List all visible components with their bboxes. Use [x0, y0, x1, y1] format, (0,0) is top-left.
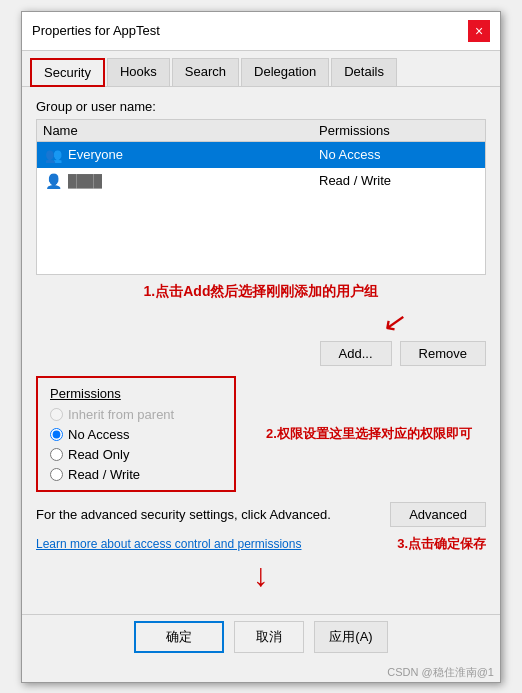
table-row[interactable]: 👥 Everyone No Access: [37, 142, 485, 168]
apply-button[interactable]: 应用(A): [314, 621, 387, 653]
radio-noaccess-label: No Access: [68, 427, 129, 442]
tab-delegation[interactable]: Delegation: [241, 58, 329, 87]
cancel-button[interactable]: 取消: [234, 621, 304, 653]
radio-readonly-input[interactable]: [50, 448, 63, 461]
radio-readwrite-input[interactable]: [50, 468, 63, 481]
permissions-link[interactable]: Learn more about access control and perm…: [36, 537, 301, 551]
ok-button[interactable]: 确定: [134, 621, 224, 653]
permissions-box: Permissions Inherit from parent No Acces…: [36, 376, 236, 492]
tab-hooks[interactable]: Hooks: [107, 58, 170, 87]
title-bar: Properties for AppTest ×: [22, 12, 500, 51]
add-button[interactable]: Add...: [320, 341, 392, 366]
close-button[interactable]: ×: [468, 20, 490, 42]
watermark: CSDN @稳住淮南@1: [22, 663, 500, 682]
advanced-text: For the advanced security settings, clic…: [36, 507, 331, 522]
security-content: Group or user name: Name Permissions 👥 E…: [22, 87, 500, 608]
radio-readonly-label: Read Only: [68, 447, 129, 462]
user-icon-2: 👤: [43, 171, 63, 191]
radio-readwrite[interactable]: Read / Write: [50, 467, 222, 482]
radio-inherit-input[interactable]: [50, 408, 63, 421]
permissions-title: Permissions: [50, 386, 222, 401]
radio-noaccess-input[interactable]: [50, 428, 63, 441]
dialog-title: Properties for AppTest: [32, 23, 160, 38]
remove-button[interactable]: Remove: [400, 341, 486, 366]
col-permissions-header: Permissions: [319, 123, 479, 138]
radio-readonly[interactable]: Read Only: [50, 447, 222, 462]
radio-group: Inherit from parent No Access Read Only …: [50, 407, 222, 482]
radio-inherit-label: Inherit from parent: [68, 407, 174, 422]
arrow-1: ↙: [36, 305, 486, 338]
table-empty-area: [37, 194, 485, 274]
annotation-3: 3.点击确定保存: [301, 535, 486, 553]
add-remove-row: Add... Remove: [36, 341, 486, 366]
user-icon: 👥: [43, 145, 63, 165]
radio-inherit[interactable]: Inherit from parent: [50, 407, 222, 422]
tab-details[interactable]: Details: [331, 58, 397, 87]
table-row[interactable]: 👤 ████ Read / Write: [37, 168, 485, 194]
tab-security[interactable]: Security: [30, 58, 105, 87]
permissions-section: Permissions Inherit from parent No Acces…: [36, 376, 486, 492]
group-label: Group or user name:: [36, 99, 486, 114]
user-permissions-2: Read / Write: [319, 173, 479, 188]
advanced-row: For the advanced security settings, clic…: [36, 502, 486, 527]
radio-noaccess[interactable]: No Access: [50, 427, 222, 442]
down-arrow-icon: ↙: [380, 303, 408, 339]
col-name-header: Name: [43, 123, 319, 138]
annotation-2: 2.权限设置这里选择对应的权限即可: [256, 376, 486, 492]
properties-dialog: Properties for AppTest × Security Hooks …: [21, 11, 501, 683]
arrow-ok-icon: ↓: [36, 557, 486, 594]
table-header: Name Permissions: [37, 120, 485, 142]
user-name: Everyone: [68, 147, 319, 162]
annotation-1: 1.点击Add然后选择刚刚添加的用户组: [36, 283, 486, 301]
radio-readwrite-label: Read / Write: [68, 467, 140, 482]
user-table: Name Permissions 👥 Everyone No Access 👤 …: [36, 119, 486, 275]
tab-search[interactable]: Search: [172, 58, 239, 87]
tabs-bar: Security Hooks Search Delegation Details: [22, 51, 500, 87]
bottom-buttons: 确定 取消 应用(A): [22, 614, 500, 663]
user-permissions: No Access: [319, 147, 479, 162]
advanced-button[interactable]: Advanced: [390, 502, 486, 527]
user-name-2: ████: [68, 174, 319, 188]
